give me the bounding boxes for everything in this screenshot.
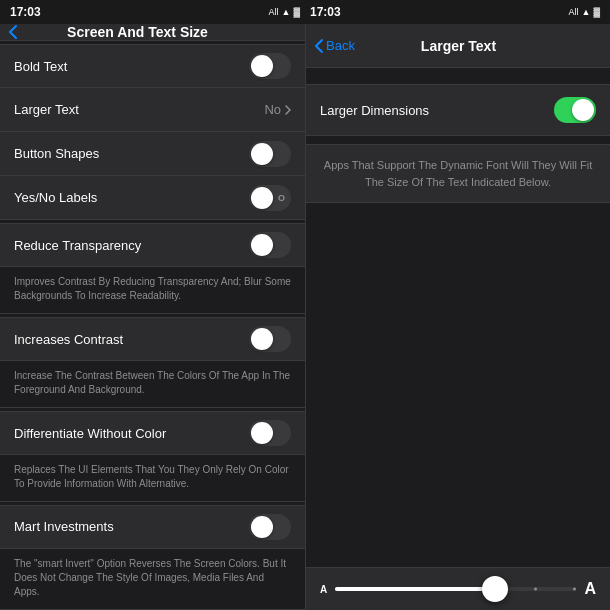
differentiate-without-color-desc-text: Replaces The UI Elements That You They O…: [14, 464, 289, 489]
reduce-transparency-desc-text: Improves Contrast By Reducing Transparen…: [14, 276, 291, 301]
yes-no-labels-label: Yes/No Labels: [14, 190, 97, 205]
slider-track[interactable]: [335, 587, 576, 591]
right-panel: Back Larger Text Larger Dimensions Apps …: [305, 24, 610, 610]
larger-text-description-box: Apps That Support The Dynamic Font Will …: [306, 144, 610, 203]
right-back-label: Back: [326, 38, 355, 53]
wifi-icon-right: ▲: [582, 7, 591, 17]
larger-dimensions-knob: [572, 99, 594, 121]
increases-contrast-desc-text: Increase The Contrast Between The Colors…: [14, 370, 290, 395]
yes-no-o-label: O: [278, 193, 285, 203]
status-time-right: 17:03: [310, 5, 341, 19]
increases-contrast-toggle[interactable]: [249, 326, 291, 352]
reduce-transparency-knob: [251, 234, 273, 256]
increases-contrast-row: Increases Contrast: [0, 317, 305, 361]
carrier-right: All: [569, 7, 579, 17]
right-flex-spacer: [306, 211, 610, 567]
mart-investments-toggle[interactable]: [249, 514, 291, 540]
button-shapes-knob: [251, 143, 273, 165]
right-spacer-1: [306, 68, 610, 76]
right-back-button[interactable]: Back: [314, 38, 355, 54]
right-nav-bar: Back Larger Text: [306, 24, 610, 68]
differentiate-without-color-description: Replaces The UI Elements That You They O…: [0, 455, 305, 502]
slider-label-right: A: [584, 580, 596, 598]
left-panel: Screen And Text Size Bold Text Larger Te…: [0, 24, 305, 610]
reduce-transparency-label: Reduce Transparency: [14, 238, 141, 253]
left-nav-bar: Screen And Text Size: [0, 24, 305, 41]
mart-investments-row: Mart Investments: [0, 505, 305, 549]
button-shapes-toggle[interactable]: [249, 141, 291, 167]
increases-contrast-description: Increase The Contrast Between The Colors…: [0, 361, 305, 408]
carrier-left: All: [269, 7, 279, 17]
differentiate-without-color-toggle[interactable]: [249, 420, 291, 446]
font-size-slider-container: A A: [306, 567, 610, 610]
differentiate-without-color-knob: [251, 422, 273, 444]
left-back-button[interactable]: [8, 24, 18, 40]
slider-thumb[interactable]: [482, 576, 508, 602]
mart-investments-label: Mart Investments: [14, 519, 114, 534]
yes-no-labels-knob: [251, 187, 273, 209]
slider-dot-6: [534, 588, 537, 591]
status-bar: 17:03 All ▲ ▓ 17:03 All ▲ ▓: [0, 0, 610, 24]
differentiate-without-color-row: Differentiate Without Color: [0, 411, 305, 455]
status-left: 17:03 All ▲ ▓: [0, 0, 310, 24]
larger-dimensions-row: Larger Dimensions: [306, 84, 610, 136]
slider-label-left: A: [320, 584, 327, 595]
larger-text-no: No: [264, 102, 281, 117]
mart-investments-knob: [251, 516, 273, 538]
status-time-left: 17:03: [10, 5, 41, 19]
yes-no-labels-toggle[interactable]: O: [249, 185, 291, 211]
mart-investments-desc-text: The "smart Invert" Option Reverses The S…: [14, 558, 286, 597]
left-nav-title: Screen And Text Size: [18, 24, 257, 40]
slider-dot-7: [573, 588, 576, 591]
reduce-transparency-description: Improves Contrast By Reducing Transparen…: [0, 267, 305, 314]
larger-text-row[interactable]: Larger Text No: [0, 88, 305, 132]
yes-no-labels-row: Yes/No Labels O: [0, 176, 305, 220]
differentiate-without-color-label: Differentiate Without Color: [14, 426, 166, 441]
mart-investments-description: The "smart Invert" Option Reverses The S…: [0, 549, 305, 610]
larger-text-value: No: [264, 102, 291, 117]
larger-dimensions-label: Larger Dimensions: [320, 103, 429, 118]
larger-text-description: Apps That Support The Dynamic Font Will …: [320, 157, 596, 190]
wifi-icon-left: ▲: [282, 7, 291, 17]
bold-text-row: Bold Text: [0, 44, 305, 88]
increases-contrast-knob: [251, 328, 273, 350]
bold-text-toggle[interactable]: [249, 53, 291, 79]
button-shapes-label: Button Shapes: [14, 146, 99, 161]
main-container: Screen And Text Size Bold Text Larger Te…: [0, 24, 610, 610]
larger-text-label: Larger Text: [14, 102, 79, 117]
bold-text-label: Bold Text: [14, 59, 67, 74]
status-icons-left: All ▲ ▓: [269, 7, 301, 17]
bold-text-knob: [251, 55, 273, 77]
status-icons-right: All ▲ ▓: [569, 7, 601, 17]
increases-contrast-label: Increases Contrast: [14, 332, 123, 347]
right-nav-title: Larger Text: [355, 38, 562, 54]
button-shapes-row: Button Shapes: [0, 132, 305, 176]
larger-dimensions-toggle[interactable]: [554, 97, 596, 123]
reduce-transparency-row: Reduce Transparency: [0, 223, 305, 267]
battery-icon-right: ▓: [593, 7, 600, 17]
status-right: 17:03 All ▲ ▓: [310, 0, 610, 24]
reduce-transparency-toggle[interactable]: [249, 232, 291, 258]
battery-icon-left: ▓: [293, 7, 300, 17]
slider-fill: [335, 587, 492, 591]
